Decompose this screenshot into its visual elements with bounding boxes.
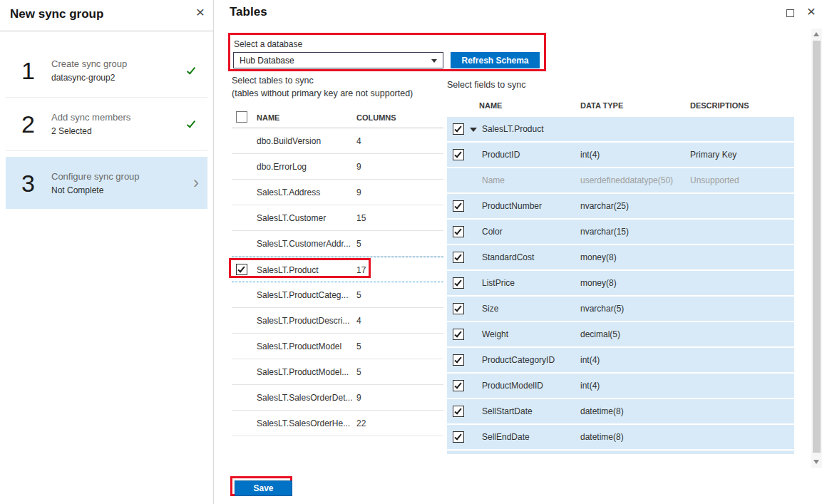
table-name: SalesLT.Customer — [257, 213, 326, 223]
fields-section-title: Select fields to sync — [447, 80, 794, 90]
table-columns-count: 5 — [356, 341, 361, 351]
table-row[interactable]: SalesLT.CustomerAddr...5 — [232, 231, 443, 257]
database-dropdown-value: Hub Database — [240, 56, 294, 66]
field-row[interactable]: SellStartDatedatetime(8) — [447, 399, 794, 423]
table-row[interactable]: SalesLT.ProductCateg...5 — [232, 282, 443, 308]
table-columns-count: 22 — [356, 418, 366, 428]
field-row[interactable]: SellEndDatedatetime(8) — [447, 425, 794, 449]
step-complete-check-icon — [189, 118, 193, 130]
scrollbar-thumb[interactable] — [813, 41, 821, 453]
field-row[interactable]: Weightdecimal(5) — [447, 322, 794, 346]
table-name: SalesLT.ProductCateg... — [257, 290, 349, 300]
check-icon — [454, 356, 461, 364]
field-row[interactable]: ProductModelIDint(4) — [447, 374, 794, 398]
blade-header: New sync group × — [0, 0, 213, 31]
column-header-name: NAME — [257, 113, 279, 122]
table-columns-count: 9 — [356, 393, 361, 403]
field-checkbox[interactable] — [453, 149, 464, 160]
field-data-type: nvarchar(25) — [580, 201, 629, 211]
table-name: dbo.BuildVersion — [257, 136, 321, 146]
field-data-type: money(8) — [580, 252, 617, 262]
tables-list: dbo.BuildVersion4dbo.ErrorLog9SalesLT.Ad… — [232, 128, 443, 436]
table-columns-count: 5 — [356, 239, 361, 249]
field-checkbox[interactable] — [453, 277, 464, 289]
check-icon — [454, 279, 461, 287]
refresh-schema-button[interactable]: Refresh Schema — [451, 52, 540, 68]
field-checkbox[interactable] — [453, 329, 464, 340]
check-icon — [454, 125, 461, 133]
table-row[interactable]: SalesLT.ProductDescri...4 — [232, 308, 443, 334]
field-row[interactable]: Nameuserdefineddatatype(50)Unsupported — [447, 168, 794, 192]
scroll-up-icon[interactable] — [813, 32, 819, 36]
check-icon — [454, 433, 461, 441]
table-row[interactable]: SalesLT.ProductModel...5 — [232, 359, 443, 385]
field-row[interactable]: StandardCostmoney(8) — [447, 245, 794, 269]
table-row[interactable]: SalesLT.Address9 — [232, 180, 443, 205]
column-header-descriptions: DESCRIPTIONS — [690, 101, 749, 110]
row-checkbox[interactable] — [236, 264, 247, 275]
step-item-1[interactable]: 1Create sync groupdatasync-group2 — [6, 44, 207, 98]
field-checkbox[interactable] — [453, 380, 464, 391]
step-item-2[interactable]: 2Add sync members2 Selected — [6, 98, 207, 151]
field-row[interactable]: Colornvarchar(15) — [447, 220, 794, 244]
field-row[interactable]: ListPricemoney(8) — [447, 271, 794, 295]
field-checkbox[interactable] — [453, 303, 464, 314]
field-checkbox[interactable] — [453, 252, 464, 263]
field-checkbox[interactable] — [453, 431, 464, 443]
save-annotation-box: Save — [230, 476, 292, 496]
scroll-down-icon[interactable] — [813, 460, 819, 464]
close-icon[interactable]: × — [196, 4, 205, 19]
step-complete-check-icon — [189, 64, 193, 77]
save-button[interactable]: Save — [235, 480, 292, 496]
field-row[interactable]: Sizenvarchar(5) — [447, 297, 794, 321]
wizard-steps: 1Create sync groupdatasync-group22Add sy… — [0, 44, 213, 209]
field-row[interactable]: ProductNumbernvarchar(25) — [447, 194, 794, 218]
table-columns-count: 9 — [356, 187, 361, 197]
step-item-3[interactable]: 3Configure sync groupNot Complete› — [6, 157, 207, 209]
field-row[interactable]: ProductIDint(4)Primary Key — [447, 143, 794, 167]
restore-window-icon[interactable] — [786, 9, 794, 17]
tables-blade-title: Tables — [230, 5, 267, 19]
table-columns-count: 4 — [356, 316, 361, 326]
tables-section-title: Select tables to sync — [232, 76, 443, 86]
field-name: ProductModelID — [482, 381, 543, 391]
step-subtitle: Not Complete — [51, 185, 140, 195]
vertical-scrollbar[interactable] — [811, 29, 822, 468]
field-name: StandardCost — [482, 252, 534, 262]
select-all-checkbox[interactable] — [236, 111, 247, 123]
check-icon — [454, 407, 461, 415]
table-name: SalesLT.SalesOrderDet... — [257, 393, 353, 403]
field-checkbox[interactable] — [453, 200, 464, 212]
field-name: SalesLT.Product — [482, 124, 544, 134]
table-columns-count: 5 — [356, 290, 361, 300]
table-row[interactable]: SalesLT.Product17 — [232, 257, 443, 282]
field-checkbox[interactable] — [453, 406, 464, 417]
field-description: Unsupported — [690, 175, 739, 185]
field-name: SellStartDate — [482, 406, 533, 416]
step-title: Add sync members — [51, 112, 130, 123]
step-title: Configure sync group — [51, 171, 140, 182]
step-text: Add sync members2 Selected — [51, 112, 130, 136]
field-data-type: nvarchar(5) — [580, 304, 624, 314]
field-data-type: nvarchar(15) — [580, 227, 629, 237]
table-row[interactable]: SalesLT.SalesOrderHe...22 — [232, 411, 443, 436]
table-row[interactable]: dbo.ErrorLog9 — [232, 154, 443, 180]
table-row[interactable]: SalesLT.ProductModel5 — [232, 334, 443, 359]
database-dropdown[interactable]: Hub Database — [233, 52, 443, 68]
field-checkbox[interactable] — [453, 123, 464, 135]
select-database-label: Select a database — [234, 39, 302, 49]
step-subtitle: datasync-group2 — [51, 73, 127, 83]
field-checkbox[interactable] — [453, 354, 464, 366]
table-row[interactable]: dbo.BuildVersion4 — [232, 128, 443, 154]
expand-triangle-icon[interactable] — [470, 128, 477, 132]
table-columns-count: 17 — [356, 265, 366, 275]
table-row[interactable]: SalesLT.Customer15 — [232, 205, 443, 231]
table-row[interactable]: SalesLT.SalesOrderDet...9 — [232, 385, 443, 411]
step-number: 3 — [21, 169, 35, 197]
field-row[interactable]: ProductCategoryIDint(4) — [447, 348, 794, 372]
table-columns-count: 15 — [356, 213, 366, 223]
field-row[interactable]: SalesLT.Product — [447, 117, 794, 141]
field-data-type: datetime(8) — [580, 406, 624, 416]
field-checkbox[interactable] — [453, 226, 464, 237]
close-icon[interactable]: × — [807, 4, 816, 19]
